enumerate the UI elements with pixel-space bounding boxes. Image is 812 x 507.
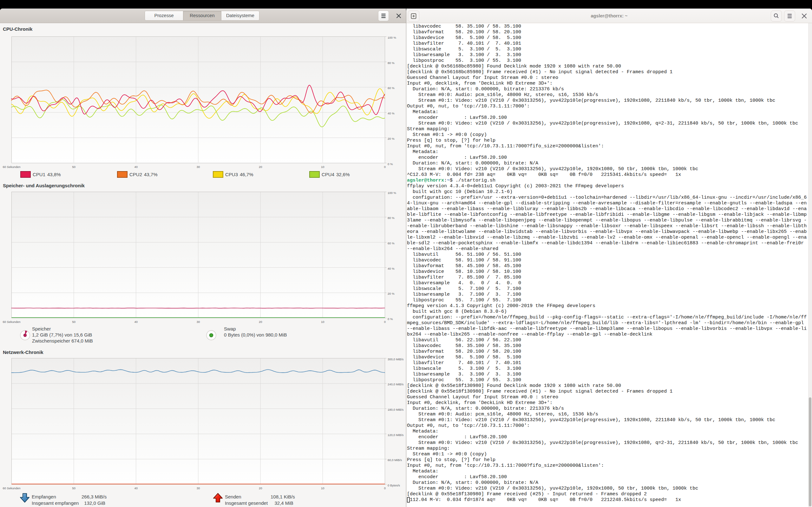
svg-text:20 %: 20 %	[388, 292, 395, 295]
svg-text:50: 50	[72, 165, 75, 169]
svg-text:10: 10	[321, 487, 324, 490]
svg-text:50: 50	[72, 320, 75, 324]
svg-text:60,0 MiB/s: 60,0 MiB/s	[388, 458, 402, 462]
svg-text:80 %: 80 %	[388, 61, 395, 65]
svg-text:100 %: 100 %	[388, 37, 396, 39]
svg-text:10: 10	[321, 320, 324, 324]
svg-text:40: 40	[135, 487, 138, 490]
svg-text:0 %: 0 %	[388, 162, 393, 166]
svg-text:60 %: 60 %	[388, 241, 395, 245]
svg-text:20 %: 20 %	[388, 137, 395, 140]
svg-text:40: 40	[135, 320, 138, 324]
svg-text:40 %: 40 %	[388, 267, 395, 270]
svg-text:180,0 MiB/s: 180,0 MiB/s	[388, 408, 403, 411]
svg-text:20: 20	[259, 320, 262, 324]
svg-text:300,0 MiB/s: 300,0 MiB/s	[388, 358, 403, 361]
svg-text:50: 50	[72, 487, 75, 490]
svg-text:0 Bytes/s: 0 Bytes/s	[388, 484, 400, 487]
svg-text:60 Sekunden: 60 Sekunden	[3, 487, 20, 490]
svg-text:120,0 MiB/s: 120,0 MiB/s	[388, 433, 403, 437]
svg-text:30: 30	[197, 165, 200, 169]
svg-text:60 %: 60 %	[388, 86, 395, 90]
svg-text:0: 0	[384, 165, 386, 169]
svg-text:0: 0	[384, 320, 386, 324]
svg-text:60 Sekunden: 60 Sekunden	[3, 165, 20, 169]
svg-text:240,0 MiB/s: 240,0 MiB/s	[388, 383, 403, 386]
svg-text:40 %: 40 %	[388, 112, 395, 115]
svg-text:30: 30	[197, 320, 200, 324]
svg-text:0 %: 0 %	[388, 317, 393, 321]
svg-text:10: 10	[321, 165, 324, 169]
svg-text:30: 30	[197, 487, 200, 490]
svg-text:40: 40	[135, 165, 138, 169]
svg-text:20: 20	[259, 165, 262, 169]
svg-text:60 Sekunden: 60 Sekunden	[3, 320, 20, 324]
svg-text:80 %: 80 %	[388, 216, 395, 220]
svg-text:0: 0	[384, 487, 386, 490]
svg-text:20: 20	[259, 487, 262, 490]
svg-text:100 %: 100 %	[388, 192, 396, 194]
